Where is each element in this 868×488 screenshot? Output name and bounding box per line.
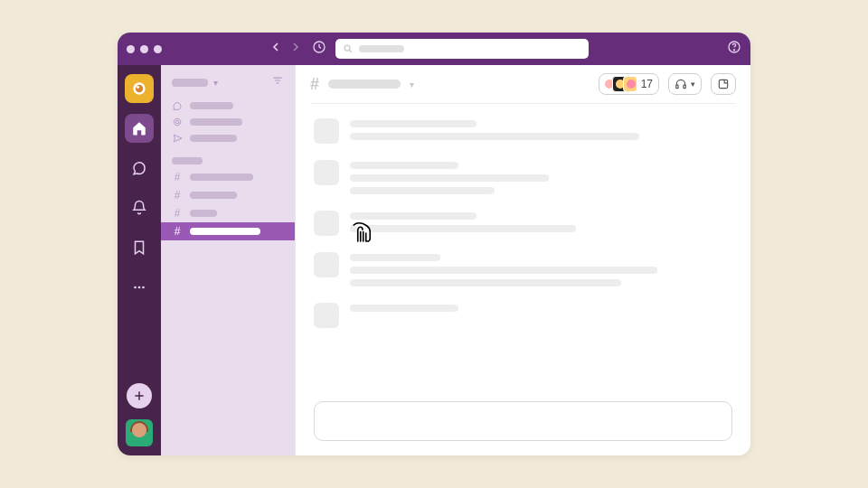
- filter-icon[interactable]: [271, 74, 284, 90]
- svg-point-10: [175, 120, 179, 124]
- message-composer[interactable]: [314, 401, 732, 441]
- svg-point-1: [344, 45, 350, 51]
- workspace-icon: [130, 80, 148, 98]
- create-button[interactable]: [127, 383, 152, 408]
- search-input[interactable]: [335, 39, 589, 59]
- hash-icon: #: [310, 75, 319, 94]
- help-icon[interactable]: [727, 40, 741, 58]
- svg-rect-13: [719, 80, 727, 88]
- canvas-icon: [717, 78, 730, 90]
- nav-arrows: [269, 40, 303, 58]
- send-icon: [172, 133, 183, 144]
- headphones-icon: [675, 78, 687, 90]
- channel-name[interactable]: [328, 80, 401, 89]
- message-item[interactable]: [314, 211, 732, 236]
- home-button[interactable]: [125, 114, 154, 143]
- svg-rect-12: [684, 85, 685, 89]
- search-placeholder: [359, 45, 404, 52]
- channel-header: # ▾ 17 ▾: [296, 65, 750, 103]
- hash-icon: #: [172, 171, 183, 183]
- back-icon[interactable]: [269, 40, 283, 58]
- huddle-button[interactable]: ▾: [668, 73, 702, 95]
- message-avatar[interactable]: [314, 303, 339, 328]
- workspace-header[interactable]: ▾: [161, 74, 295, 98]
- mention-icon: [172, 117, 183, 127]
- sidebar-channel-item[interactable]: #: [161, 186, 295, 204]
- home-icon: [131, 120, 147, 136]
- bookmark-icon: [131, 239, 147, 256]
- thread-icon: [172, 100, 183, 111]
- message-avatar[interactable]: [314, 252, 339, 277]
- window-controls[interactable]: [127, 45, 162, 53]
- nav-rail: [118, 65, 161, 455]
- svg-point-6: [137, 86, 139, 89]
- message-list: [296, 104, 750, 401]
- message-item[interactable]: [314, 303, 732, 328]
- sidebar-quick-item[interactable]: [161, 98, 295, 114]
- sidebar-channel-item[interactable]: #: [161, 168, 295, 186]
- sidebar-quick-item[interactable]: [161, 130, 295, 146]
- sidebar-channel-item[interactable]: #: [161, 204, 295, 222]
- channel-sidebar: ▾ ####: [161, 65, 295, 455]
- saved-button[interactable]: [125, 233, 154, 262]
- sidebar-channel-item[interactable]: #: [161, 222, 295, 240]
- message-item[interactable]: [314, 252, 732, 286]
- chat-icon: [131, 160, 147, 176]
- maximize-dot[interactable]: [154, 45, 162, 53]
- forward-icon[interactable]: [288, 40, 303, 58]
- svg-point-3: [733, 50, 734, 51]
- minimize-dot[interactable]: [140, 45, 148, 53]
- hash-icon: #: [172, 207, 183, 220]
- svg-rect-11: [676, 85, 678, 89]
- search-icon: [343, 43, 354, 54]
- member-count-button[interactable]: 17: [599, 73, 659, 95]
- plus-icon: [133, 389, 146, 402]
- history-icon[interactable]: [312, 40, 326, 58]
- message-avatar[interactable]: [314, 118, 339, 144]
- chevron-down-icon[interactable]: ▾: [410, 80, 414, 89]
- channels-section-header[interactable]: [161, 157, 295, 168]
- svg-point-8: [138, 286, 141, 289]
- activity-button[interactable]: [125, 193, 154, 222]
- hash-icon: #: [172, 189, 183, 202]
- titlebar: [118, 33, 750, 65]
- channel-view: # ▾ 17 ▾: [295, 65, 750, 455]
- dms-button[interactable]: [125, 154, 154, 183]
- more-button[interactable]: [125, 273, 154, 302]
- more-icon: [131, 279, 147, 296]
- svg-point-7: [134, 286, 137, 289]
- member-count: 17: [641, 78, 653, 90]
- message-item[interactable]: [314, 118, 732, 144]
- sidebar-quick-item[interactable]: [161, 114, 295, 130]
- bell-icon: [131, 200, 147, 216]
- message-avatar[interactable]: [314, 160, 339, 185]
- close-dot[interactable]: [127, 45, 135, 53]
- app-window: ▾ #### # ▾ 17: [118, 33, 750, 455]
- chevron-down-icon: ▾: [213, 78, 218, 88]
- workspace-switcher[interactable]: [125, 74, 154, 103]
- chevron-down-icon: ▾: [691, 80, 695, 89]
- message-item[interactable]: [314, 160, 732, 194]
- user-avatar[interactable]: [126, 419, 153, 446]
- svg-point-9: [142, 286, 145, 289]
- canvas-button[interactable]: [711, 73, 736, 95]
- hash-icon: #: [172, 225, 183, 238]
- member-avatar: [623, 76, 637, 92]
- svg-point-5: [136, 85, 143, 92]
- message-avatar[interactable]: [314, 211, 339, 236]
